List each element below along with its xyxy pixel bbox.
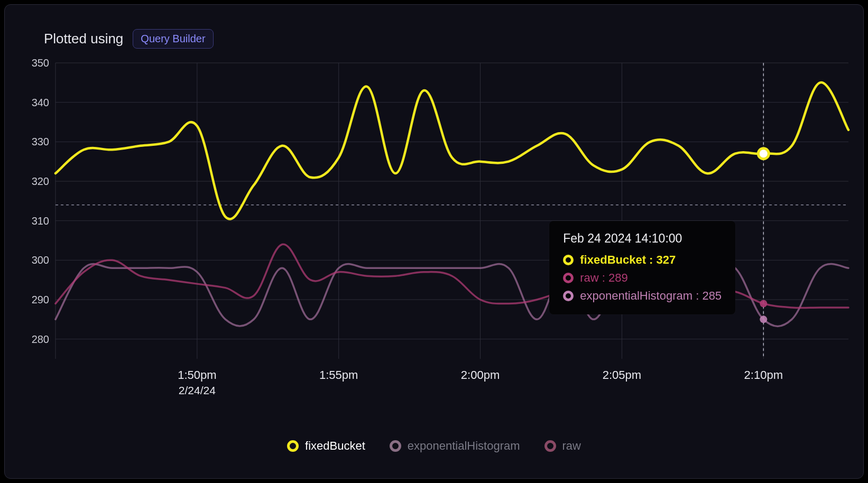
series-swatch-icon (563, 273, 574, 283)
y-axis-labels: 280290300310320330340350 (20, 63, 49, 359)
plot-area[interactable] (56, 63, 848, 359)
y-tick-label: 300 (32, 254, 49, 266)
tooltip-row: fixedBucket : 327 (563, 253, 722, 267)
chart-header: Plotted using Query Builder (44, 29, 214, 49)
x-axis-labels: 1:50pm2/24/241:55pm2:00pm2:05pm2:10pm (56, 368, 848, 405)
x-tick-label: 1:50pm2/24/24 (178, 368, 216, 397)
chart-legend: fixedBucketexponentialHistogramraw (5, 439, 863, 453)
y-tick-label: 290 (32, 294, 49, 306)
series-swatch-icon (563, 291, 574, 301)
hover-tooltip: Feb 24 2024 14:10:00 fixedBucket : 327ra… (549, 221, 735, 314)
tooltip-value: raw : 289 (580, 271, 628, 285)
legend-swatch-icon (287, 440, 299, 452)
svg-point-17 (760, 315, 767, 323)
svg-point-16 (758, 148, 769, 159)
x-tick-label: 2:05pm (603, 368, 641, 382)
legend-item[interactable]: raw (544, 439, 581, 453)
legend-swatch-icon (544, 440, 556, 452)
chart-title: Plotted using (44, 31, 123, 47)
svg-point-18 (760, 300, 767, 307)
x-tick-label: 2:00pm (461, 368, 500, 382)
legend-label: exponentialHistogram (408, 439, 520, 453)
tooltip-timestamp: Feb 24 2024 14:10:00 (563, 231, 722, 246)
y-tick-label: 330 (32, 136, 49, 148)
series-swatch-icon (563, 255, 574, 265)
y-tick-label: 280 (32, 333, 49, 345)
chart-panel: Plotted using Query Builder 280290300310… (4, 4, 864, 479)
tooltip-row: exponentialHistogram : 285 (563, 289, 722, 303)
y-tick-label: 310 (32, 215, 49, 227)
y-tick-label: 350 (32, 57, 49, 69)
hover-overlay (56, 63, 848, 359)
legend-swatch-icon (390, 440, 401, 452)
tooltip-row: raw : 289 (563, 271, 722, 285)
x-tick-label: 1:55pm (319, 368, 358, 382)
legend-item[interactable]: exponentialHistogram (390, 439, 520, 453)
y-tick-label: 340 (32, 96, 49, 108)
tooltip-value: fixedBucket : 327 (580, 253, 676, 267)
y-tick-label: 320 (32, 175, 49, 188)
tooltip-value: exponentialHistogram : 285 (580, 289, 722, 303)
x-tick-label: 2:10pm (744, 368, 783, 382)
legend-label: raw (562, 439, 581, 453)
legend-label: fixedBucket (305, 439, 365, 453)
plot[interactable]: 280290300310320330340350 (20, 63, 849, 359)
query-builder-badge[interactable]: Query Builder (133, 29, 213, 49)
legend-item[interactable]: fixedBucket (287, 439, 365, 453)
